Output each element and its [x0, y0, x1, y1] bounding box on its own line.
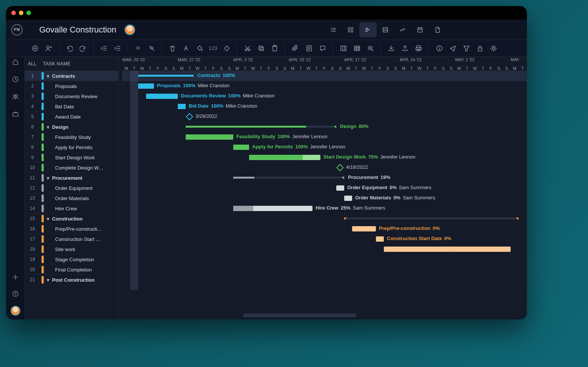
print-button[interactable] — [413, 43, 424, 54]
unlink-button[interactable] — [146, 43, 157, 54]
grid-button[interactable] — [351, 43, 363, 54]
task-bar[interactable] — [376, 236, 384, 242]
task-row[interactable]: 15▾Construction — [25, 214, 118, 224]
task-row[interactable]: 20Final Completion — [25, 265, 118, 275]
columns-button[interactable] — [338, 43, 349, 54]
task-row[interactable]: 10Complete Design W… — [25, 163, 118, 173]
export-button[interactable] — [399, 43, 411, 54]
task-row[interactable]: 21▾Post Construction — [25, 275, 118, 285]
add-button[interactable] — [29, 43, 41, 54]
sheet-view-icon[interactable] — [377, 22, 394, 37]
notes-button[interactable] — [303, 43, 315, 54]
add-project-icon[interactable] — [11, 273, 20, 282]
project-title: Govalle Construction — [39, 25, 116, 35]
number-format-button[interactable]: 123 — [208, 43, 219, 54]
fill-color-button[interactable] — [194, 43, 205, 54]
redo-button[interactable] — [77, 43, 89, 54]
maximize-window-icon[interactable] — [26, 11, 31, 15]
task-row[interactable]: 8Apply for Permits — [25, 142, 118, 153]
collapse-icon[interactable]: ▾ — [46, 278, 50, 282]
attachment-button[interactable] — [290, 43, 301, 54]
link-button[interactable] — [132, 43, 144, 54]
board-view-icon[interactable] — [342, 22, 359, 37]
summary-bar[interactable] — [344, 217, 519, 219]
task-bar[interactable] — [249, 155, 320, 160]
undo-button[interactable] — [64, 43, 75, 54]
settings-button[interactable] — [488, 43, 499, 54]
list-view-icon[interactable] — [325, 22, 342, 37]
summary-bar[interactable] — [186, 126, 336, 128]
home-icon[interactable] — [11, 57, 20, 66]
minimize-window-icon[interactable] — [19, 11, 23, 15]
lock-button[interactable] — [474, 43, 486, 54]
task-row[interactable]: 4Bid Date — [25, 102, 118, 112]
calendar-view-icon[interactable] — [411, 22, 429, 37]
task-row[interactable]: 9Start Design Work — [25, 153, 118, 163]
task-bar[interactable] — [352, 226, 376, 231]
task-row[interactable]: 12Order Equipment — [25, 183, 118, 193]
task-row[interactable]: 3Documents Review — [25, 91, 118, 102]
task-row[interactable]: 18Site work — [25, 244, 118, 254]
task-bar[interactable] — [146, 94, 178, 99]
task-row[interactable]: 11▾Procurement — [25, 173, 118, 183]
task-row[interactable]: 17Construction Start … — [25, 234, 118, 244]
task-row[interactable]: 14Hire Crew — [25, 204, 118, 214]
task-row[interactable]: 6▾Design — [25, 122, 118, 132]
task-row[interactable]: 16Prep/Pre-constructi… — [25, 224, 118, 234]
filter-button[interactable] — [461, 43, 472, 54]
send-button[interactable] — [447, 43, 459, 54]
task-row[interactable]: 1▾Contracts — [25, 71, 118, 81]
task-bar[interactable] — [384, 247, 511, 252]
task-bar[interactable] — [344, 196, 352, 201]
outdent-button[interactable] — [98, 43, 109, 54]
task-row[interactable]: 5Award Date — [25, 112, 118, 122]
collapse-icon[interactable]: ▾ — [46, 176, 50, 180]
paste-button[interactable] — [269, 43, 280, 54]
zoom-button[interactable] — [365, 43, 376, 54]
team-icon[interactable] — [11, 92, 20, 101]
task-name-label: Award Date — [55, 114, 81, 120]
day-label: F — [320, 66, 328, 71]
close-window-icon[interactable] — [11, 11, 16, 15]
task-bar[interactable] — [186, 134, 233, 140]
column-all[interactable]: ALL — [25, 61, 40, 66]
indent-button[interactable] — [112, 43, 123, 54]
clock-icon[interactable] — [11, 75, 20, 84]
task-row[interactable]: 7Feasibility Study — [25, 132, 118, 142]
app-logo[interactable]: PM — [11, 24, 23, 35]
gantt-chart[interactable]: MAR, 20 '22MAR, 27 '22APR, 3 '22APR, 10 … — [119, 57, 527, 319]
collapse-icon[interactable]: ▾ — [46, 74, 50, 78]
cut-button[interactable] — [242, 43, 253, 54]
delete-button[interactable] — [167, 43, 178, 54]
portfolio-icon[interactable] — [11, 109, 20, 119]
font-color-button[interactable] — [180, 43, 192, 54]
owner-avatar[interactable] — [125, 25, 135, 35]
task-row[interactable]: 2Proposals — [25, 81, 118, 91]
collapse-icon[interactable]: ▾ — [46, 217, 50, 221]
task-bar[interactable] — [138, 83, 154, 89]
day-label: M — [122, 66, 130, 71]
file-view-icon[interactable] — [429, 22, 446, 37]
task-bar[interactable] — [336, 185, 344, 191]
copy-button[interactable] — [256, 43, 267, 54]
help-icon[interactable] — [11, 289, 20, 298]
info-button[interactable] — [434, 43, 445, 54]
user-avatar[interactable] — [11, 306, 20, 316]
collapse-icon[interactable]: ▾ — [46, 125, 50, 129]
horizontal-scrollbar[interactable] — [243, 313, 356, 317]
task-bar[interactable] — [178, 104, 186, 109]
task-bar[interactable] — [233, 145, 249, 150]
summary-bar[interactable] — [233, 177, 344, 179]
add-user-button[interactable] — [43, 43, 54, 54]
task-row[interactable]: 19Stage Completion — [25, 254, 118, 265]
comment-button[interactable] — [317, 43, 328, 54]
task-row[interactable]: 13Order Materials — [25, 193, 118, 204]
task-bar[interactable] — [233, 206, 312, 211]
import-button[interactable] — [386, 43, 397, 54]
column-task-name[interactable]: TASK NAME — [40, 61, 118, 66]
gantt-body[interactable]: Contracts100%Proposals 100% Mike Cransto… — [119, 71, 527, 290]
milestone-button[interactable] — [221, 43, 232, 54]
summary-bar[interactable] — [138, 75, 194, 77]
gantt-view-icon[interactable] — [359, 22, 377, 37]
workload-view-icon[interactable] — [394, 22, 411, 37]
